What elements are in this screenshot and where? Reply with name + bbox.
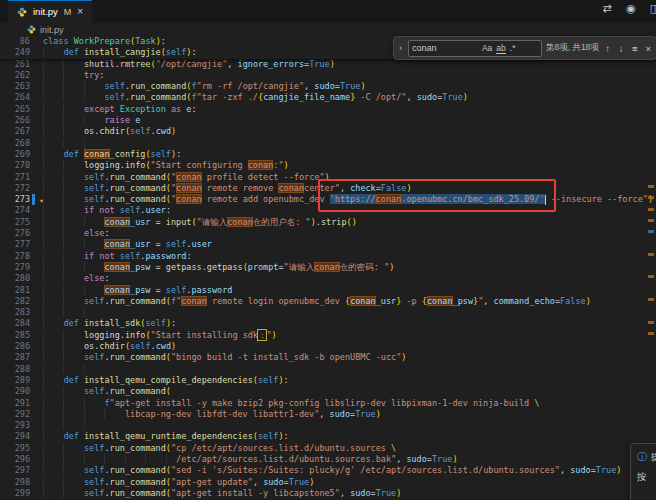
line-number[interactable]: 289 bbox=[2, 375, 30, 386]
code-line[interactable]: 263 self.run_command(f"rm -rf /opt/cangj… bbox=[0, 81, 656, 92]
line-number[interactable]: 285 bbox=[2, 330, 30, 341]
line-number[interactable]: 265 bbox=[2, 104, 30, 115]
line-number[interactable]: 298 bbox=[2, 477, 30, 488]
gutter[interactable]: 264 bbox=[0, 92, 43, 103]
gutter[interactable]: 285 bbox=[0, 330, 43, 341]
code-line[interactable]: 269 def conan_config(self): bbox=[0, 149, 656, 160]
find-input[interactable] bbox=[412, 43, 478, 53]
code-line[interactable]: 283 bbox=[0, 307, 656, 318]
gutter[interactable]: 280 bbox=[0, 273, 43, 284]
code-line[interactable]: 294 def install_qemu_runtime_dependencie… bbox=[0, 431, 656, 442]
gutter[interactable]: 271 bbox=[0, 172, 43, 183]
gutter[interactable]: 295 bbox=[0, 443, 43, 454]
line-number[interactable]: 286 bbox=[2, 341, 30, 352]
line-number[interactable]: 276 bbox=[2, 228, 30, 239]
gutter[interactable]: 298 bbox=[0, 477, 43, 488]
gutter[interactable]: 261 bbox=[0, 59, 43, 70]
line-number[interactable]: 272 bbox=[2, 183, 30, 194]
code-line[interactable]: 292 libcap-ng-dev libfdt-dev libattr1-de… bbox=[0, 409, 656, 420]
line-number[interactable]: 264 bbox=[2, 92, 30, 103]
gutter[interactable]: 291 bbox=[0, 398, 43, 409]
regex-icon[interactable]: .* bbox=[510, 43, 516, 53]
toggle-replace-chevron-icon[interactable]: › bbox=[397, 43, 404, 53]
code-line[interactable]: 270 logging.info("Start configuring cona… bbox=[0, 160, 656, 171]
code-line[interactable]: 264 self.run_command(f"tar -zxf ./{cangj… bbox=[0, 92, 656, 103]
code-line[interactable]: 278 if not self.password: bbox=[0, 251, 656, 262]
line-number[interactable]: 249 bbox=[2, 47, 30, 58]
line-number[interactable]: 273 bbox=[2, 194, 30, 205]
next-match-icon[interactable]: ↓ bbox=[616, 43, 626, 54]
gutter[interactable]: 277 bbox=[0, 239, 43, 250]
gutter[interactable]: 290 bbox=[0, 386, 43, 397]
line-number[interactable]: 284 bbox=[2, 318, 30, 329]
gutter[interactable]: 273✦ bbox=[0, 194, 43, 205]
gutter[interactable]: 265 bbox=[0, 104, 43, 115]
code-line[interactable]: 289 def install_qemu_compile_dependencie… bbox=[0, 375, 656, 386]
gutter[interactable]: 292 bbox=[0, 409, 43, 420]
gutter[interactable]: 279 bbox=[0, 262, 43, 273]
gutter[interactable]: 299 bbox=[0, 488, 43, 499]
code-line[interactable]: 288 bbox=[0, 364, 656, 375]
line-number[interactable]: 280 bbox=[2, 273, 30, 284]
line-number[interactable]: 292 bbox=[2, 409, 30, 420]
gutter[interactable]: 270 bbox=[0, 160, 43, 171]
code-line[interactable]: 261 shutil.rmtree("/opt/cangjie", ignore… bbox=[0, 59, 656, 70]
line-number[interactable]: 291 bbox=[2, 398, 30, 409]
gutter[interactable]: 269 bbox=[0, 149, 43, 160]
gutter[interactable]: 263 bbox=[0, 81, 43, 92]
gutter[interactable]: 296 bbox=[0, 454, 43, 465]
gutter[interactable]: 297 bbox=[0, 465, 43, 476]
line-number[interactable]: 266 bbox=[2, 115, 30, 126]
line-number[interactable]: 261 bbox=[2, 59, 30, 70]
line-number[interactable]: 270 bbox=[2, 160, 30, 171]
code-line[interactable]: 282 self.run_command(f"conan remote logi… bbox=[0, 296, 656, 307]
code-line[interactable]: 287 self.run_command("bingo build -t ins… bbox=[0, 352, 656, 363]
gutter[interactable]: 275 bbox=[0, 217, 43, 228]
line-number[interactable]: 299 bbox=[2, 488, 30, 499]
gutter[interactable]: 288 bbox=[0, 364, 43, 375]
line-number[interactable]: 271 bbox=[2, 172, 30, 183]
code-line[interactable]: 296 /etc/apt/sources.list.d/ubuntu.sourc… bbox=[0, 454, 656, 465]
gutter[interactable]: 276 bbox=[0, 228, 43, 239]
notification-toast[interactable]: ⓘ 提 按 bbox=[630, 443, 656, 500]
find-in-selection-icon[interactable]: ≡ bbox=[630, 43, 640, 54]
code-line[interactable]: 276 else: bbox=[0, 228, 656, 239]
code-line[interactable]: 265 except Exception as e: bbox=[0, 104, 656, 115]
code-line[interactable]: 279 conan_psw = getpass.getpass(prompt="… bbox=[0, 262, 656, 273]
split-editor-icon[interactable]: ◫ bbox=[648, 2, 656, 15]
line-number[interactable]: 275 bbox=[2, 217, 30, 228]
line-number[interactable]: 287 bbox=[2, 352, 30, 363]
line-number[interactable]: 86 bbox=[2, 36, 30, 47]
open-changes-icon[interactable]: ⇄ bbox=[600, 2, 614, 15]
code-line[interactable]: 268 bbox=[0, 138, 656, 149]
gutter[interactable]: 249 bbox=[0, 47, 43, 58]
gutter[interactable]: 283 bbox=[0, 307, 43, 318]
overview-ruler[interactable] bbox=[646, 36, 656, 500]
line-number[interactable]: 281 bbox=[2, 285, 30, 296]
code-line[interactable]: 291 f"apt-get install -y make bzip2 pkg-… bbox=[0, 398, 656, 409]
gutter[interactable]: 262 bbox=[0, 70, 43, 81]
line-number[interactable]: 288 bbox=[2, 364, 30, 375]
line-number[interactable]: 267 bbox=[2, 126, 30, 137]
code-line[interactable]: 285 logging.info("Start installing sdk："… bbox=[0, 330, 656, 341]
gutter[interactable]: 274 bbox=[0, 205, 43, 216]
tab-init-py[interactable]: init.py M × bbox=[8, 0, 92, 23]
code-line[interactable]: 280 else: bbox=[0, 273, 656, 284]
line-number[interactable]: 282 bbox=[2, 296, 30, 307]
line-number[interactable]: 293 bbox=[2, 420, 30, 431]
code-line[interactable]: 277 conan_usr = self.user bbox=[0, 239, 656, 250]
git-modified-gutter-bar[interactable] bbox=[32, 194, 35, 205]
code-line[interactable]: 299 self.run_command("apt-get install -y… bbox=[0, 488, 656, 499]
close-tab-icon[interactable]: × bbox=[77, 6, 83, 17]
code-line[interactable]: 275 conan_usr = input("请输入conan仓的用户名: ")… bbox=[0, 217, 656, 228]
breadcrumb-item-file[interactable]: init.py bbox=[40, 25, 64, 35]
code-line[interactable]: 297 self.run_command("sed -i 's/Suites:/… bbox=[0, 465, 656, 476]
line-number[interactable]: 262 bbox=[2, 70, 30, 81]
gutter[interactable]: 282 bbox=[0, 296, 43, 307]
close-find-icon[interactable]: × bbox=[643, 43, 653, 54]
code-line[interactable]: 290 self.run_command( bbox=[0, 386, 656, 397]
line-number[interactable]: 296 bbox=[2, 454, 30, 465]
code-line[interactable]: 266 raise e bbox=[0, 115, 656, 126]
line-number[interactable]: 295 bbox=[2, 443, 30, 454]
gutter[interactable]: 281 bbox=[0, 285, 43, 296]
